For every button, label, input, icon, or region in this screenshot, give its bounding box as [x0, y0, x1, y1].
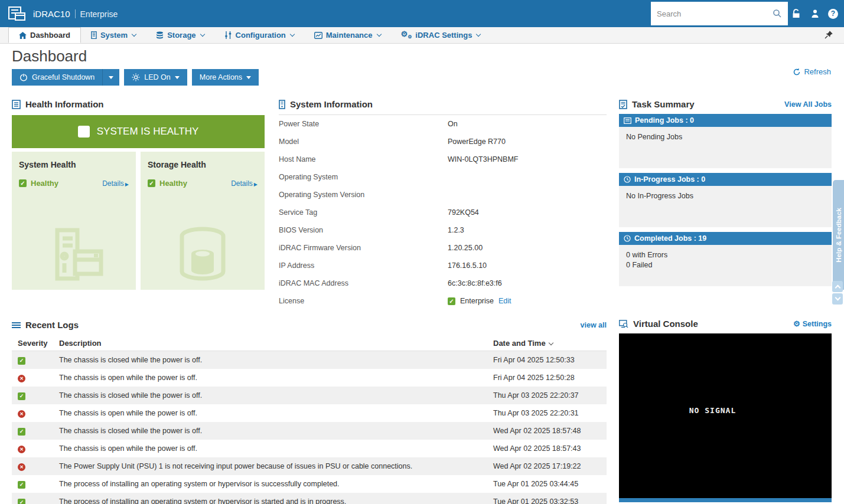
system-healthy-banner: SYSTEM IS HEALTHY	[12, 115, 265, 148]
system-info-icon	[279, 100, 285, 109]
log-datetime: Thu Apr 03 2025 22:20:37	[493, 391, 607, 400]
license-edition: Enterprise	[80, 9, 118, 19]
log-row: The chassis is open while the power is o…	[12, 404, 607, 422]
scroll-down-button[interactable]	[832, 293, 843, 305]
help-feedback-tab[interactable]: Help & Feedback	[833, 180, 844, 290]
tab-configuration[interactable]: Configuration	[214, 27, 304, 43]
idrac-dashboard-page: iDRAC10 Enterprise	[0, 0, 844, 504]
info-value: WIN-0LQT3HPNBMF	[448, 155, 518, 163]
tab-idrac-settings[interactable]: ⚙⚙ iDRAC Settings	[391, 27, 491, 43]
view-all-jobs-link[interactable]: View All Jobs	[784, 100, 832, 109]
sort-chevron-icon	[548, 341, 553, 345]
scroll-up-button[interactable]	[832, 281, 843, 292]
task-summary-title: Task Summary	[632, 99, 695, 109]
health-information-panel: Health Information SYSTEM IS HEALTHY Sys…	[12, 99, 265, 290]
severity-icon	[18, 357, 25, 365]
completed-jobs-header: Completed Jobs : 19	[634, 234, 706, 243]
info-label: iDRAC Firmware Version	[279, 244, 448, 252]
completed-jobs-section: Completed Jobs : 19 0 with Errors 0 Fail…	[619, 232, 832, 286]
action-button-row: Graceful Shutdown LED On More Actions	[12, 69, 259, 86]
log-datetime: Wed Apr 02 2025 17:19:22	[493, 462, 607, 470]
log-description: The process of installing an operating s…	[59, 498, 493, 504]
pending-jobs-section: Pending Jobs : 0 No Pending Jobs	[619, 114, 832, 168]
led-on-button[interactable]: LED On	[124, 69, 187, 86]
severity-icon	[18, 463, 25, 471]
system-health-details-link[interactable]: Details	[102, 179, 129, 188]
log-datetime: Wed Apr 02 2025 18:57:48	[493, 427, 607, 435]
log-description: The chassis is closed while the power is…	[59, 427, 493, 435]
view-all-logs-link[interactable]: view all	[581, 321, 607, 329]
brand-divider	[75, 9, 76, 18]
severity-icon	[18, 375, 25, 382]
storage-watermark-icon	[176, 225, 229, 283]
tab-maintenance[interactable]: Maintenance	[304, 27, 391, 43]
led-on-label: LED On	[144, 73, 170, 81]
help-icon[interactable]: ?	[828, 9, 838, 19]
datetime-column-header[interactable]: Date and Time	[493, 339, 607, 348]
console-toolbar	[619, 498, 832, 502]
graceful-shutdown-dropdown[interactable]	[103, 69, 119, 86]
gears-icon: ⚙⚙	[401, 30, 412, 41]
more-actions-button[interactable]: More Actions	[192, 69, 259, 86]
completed-jobs-body: 0 with Errors 0 Failed	[619, 245, 832, 286]
product-name: iDRAC10	[33, 9, 70, 19]
chevron-down-icon	[290, 32, 295, 37]
info-row: iDRAC Firmware Version1.20.25.00	[279, 239, 607, 257]
log-row: The chassis is open while the power is o…	[12, 440, 607, 457]
tab-system[interactable]: System	[81, 27, 146, 43]
severity-icon	[18, 410, 25, 418]
info-row: Operating System Version	[279, 186, 607, 204]
clock-icon	[624, 235, 631, 242]
datetime-column-label: Date and Time	[493, 339, 546, 348]
info-value: On	[448, 120, 458, 128]
info-label: BIOS Version	[279, 226, 448, 234]
gear-icon: ⚙	[793, 319, 800, 328]
caret-down-icon	[109, 76, 113, 79]
chart-panel-icon	[314, 32, 322, 39]
log-rows: The chassis is closed while the power is…	[12, 351, 607, 504]
info-row: Host NameWIN-0LQT3HPNBMF	[279, 150, 607, 168]
completed-errors-line: 0 with Errors	[626, 250, 825, 260]
chevron-down-icon	[476, 32, 481, 37]
storage-health-title: Storage Health	[148, 160, 258, 169]
system-health-status: Healthy	[31, 179, 58, 188]
graceful-shutdown-button[interactable]: Graceful Shutdown	[12, 69, 103, 86]
user-icon[interactable]	[810, 9, 820, 18]
tab-dashboard[interactable]: Dashboard	[8, 27, 81, 43]
storage-health-details-link[interactable]: Details	[231, 179, 258, 188]
tab-storage-label: Storage	[167, 31, 195, 40]
license-edit-link[interactable]: Edit	[498, 297, 511, 305]
info-label: Operating System	[279, 173, 448, 181]
system-information-title: System Information	[290, 99, 373, 109]
console-screen[interactable]: NO SIGNAL	[619, 333, 832, 498]
refresh-icon	[793, 68, 801, 76]
log-description: The Power Supply Unit (PSU) 1 is not rec…	[59, 462, 493, 470]
info-label: License	[279, 297, 448, 305]
virtual-console-title: Virtual Console	[633, 319, 698, 329]
storage-health-status: Healthy	[159, 179, 187, 188]
pin-icon[interactable]	[824, 30, 833, 40]
log-row: The chassis is closed while the power is…	[12, 422, 607, 440]
lock-icon[interactable]	[791, 9, 802, 18]
info-row: iDRAC MAC Address6c:3c:8c:8f:e3:f6	[279, 274, 607, 292]
scroll-chevrons	[832, 281, 843, 305]
health-information-title: Health Information	[25, 99, 104, 109]
recent-logs-title: Recent Logs	[25, 320, 79, 330]
completed-failed-line: 0 Failed	[626, 260, 825, 270]
search-icon[interactable]	[773, 9, 782, 18]
info-label: Operating System Version	[279, 191, 448, 199]
log-description: The chassis is closed while the power is…	[59, 356, 493, 364]
info-row: Service Tag792KQ54	[279, 204, 607, 221]
info-label: Host Name	[279, 155, 448, 163]
info-row: IP Address176.16.5.10	[279, 257, 607, 274]
search-input[interactable]	[657, 9, 773, 18]
log-row: The process of installing an operating s…	[12, 475, 607, 493]
server-icon	[91, 31, 97, 39]
tab-storage[interactable]: Storage	[146, 27, 214, 43]
refresh-button[interactable]: Refresh	[793, 67, 831, 76]
console-settings-link[interactable]: ⚙ Settings	[793, 319, 832, 328]
sliders-icon	[224, 31, 232, 39]
info-label: Model	[279, 138, 448, 146]
log-description: The chassis is open while the power is o…	[59, 374, 493, 382]
severity-icon	[18, 392, 25, 400]
